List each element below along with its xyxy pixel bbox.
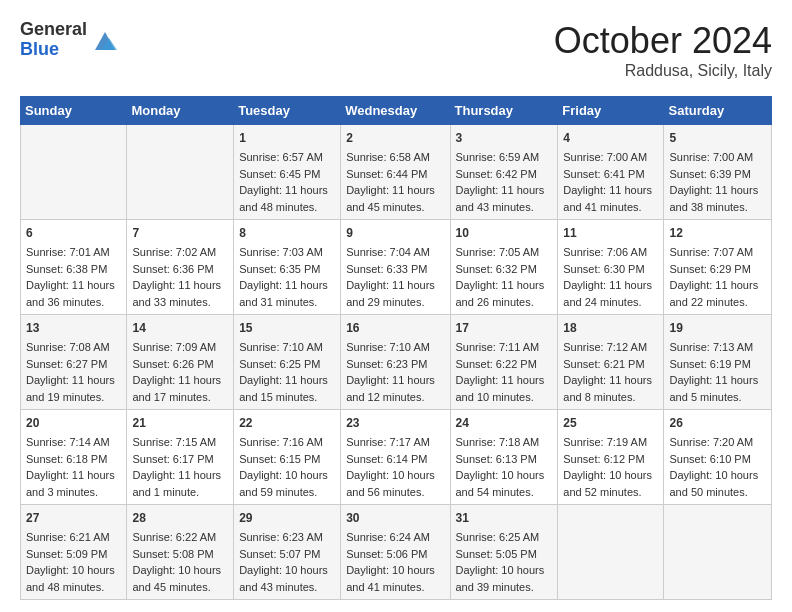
calendar-week-row: 13Sunrise: 7:08 AM Sunset: 6:27 PM Dayli… (21, 315, 772, 410)
day-info: Sunrise: 6:23 AM Sunset: 5:07 PM Dayligh… (239, 529, 335, 595)
day-number: 25 (563, 414, 658, 432)
calendar-week-row: 27Sunrise: 6:21 AM Sunset: 5:09 PM Dayli… (21, 505, 772, 600)
day-info: Sunrise: 6:58 AM Sunset: 6:44 PM Dayligh… (346, 149, 444, 215)
day-info: Sunrise: 7:00 AM Sunset: 6:39 PM Dayligh… (669, 149, 766, 215)
day-info: Sunrise: 7:03 AM Sunset: 6:35 PM Dayligh… (239, 244, 335, 310)
day-number: 19 (669, 319, 766, 337)
day-info: Sunrise: 7:15 AM Sunset: 6:17 PM Dayligh… (132, 434, 228, 500)
calendar-cell: 22Sunrise: 7:16 AM Sunset: 6:15 PM Dayli… (234, 410, 341, 505)
day-info: Sunrise: 7:14 AM Sunset: 6:18 PM Dayligh… (26, 434, 121, 500)
day-info: Sunrise: 7:04 AM Sunset: 6:33 PM Dayligh… (346, 244, 444, 310)
day-info: Sunrise: 7:08 AM Sunset: 6:27 PM Dayligh… (26, 339, 121, 405)
calendar-cell: 17Sunrise: 7:11 AM Sunset: 6:22 PM Dayli… (450, 315, 558, 410)
calendar-cell: 12Sunrise: 7:07 AM Sunset: 6:29 PM Dayli… (664, 220, 772, 315)
day-info: Sunrise: 7:07 AM Sunset: 6:29 PM Dayligh… (669, 244, 766, 310)
day-number: 28 (132, 509, 228, 527)
calendar-cell: 29Sunrise: 6:23 AM Sunset: 5:07 PM Dayli… (234, 505, 341, 600)
calendar-cell (558, 505, 664, 600)
day-number: 2 (346, 129, 444, 147)
day-info: Sunrise: 7:10 AM Sunset: 6:23 PM Dayligh… (346, 339, 444, 405)
day-number: 24 (456, 414, 553, 432)
day-number: 8 (239, 224, 335, 242)
calendar-cell: 23Sunrise: 7:17 AM Sunset: 6:14 PM Dayli… (341, 410, 450, 505)
day-number: 20 (26, 414, 121, 432)
calendar-cell: 27Sunrise: 6:21 AM Sunset: 5:09 PM Dayli… (21, 505, 127, 600)
calendar-week-row: 20Sunrise: 7:14 AM Sunset: 6:18 PM Dayli… (21, 410, 772, 505)
calendar-cell (664, 505, 772, 600)
calendar-cell: 13Sunrise: 7:08 AM Sunset: 6:27 PM Dayli… (21, 315, 127, 410)
day-info: Sunrise: 7:09 AM Sunset: 6:26 PM Dayligh… (132, 339, 228, 405)
day-number: 18 (563, 319, 658, 337)
calendar-cell: 24Sunrise: 7:18 AM Sunset: 6:13 PM Dayli… (450, 410, 558, 505)
calendar-cell: 28Sunrise: 6:22 AM Sunset: 5:08 PM Dayli… (127, 505, 234, 600)
calendar-week-row: 1Sunrise: 6:57 AM Sunset: 6:45 PM Daylig… (21, 125, 772, 220)
day-number: 1 (239, 129, 335, 147)
day-info: Sunrise: 7:16 AM Sunset: 6:15 PM Dayligh… (239, 434, 335, 500)
calendar-cell: 20Sunrise: 7:14 AM Sunset: 6:18 PM Dayli… (21, 410, 127, 505)
day-number: 27 (26, 509, 121, 527)
calendar-cell: 19Sunrise: 7:13 AM Sunset: 6:19 PM Dayli… (664, 315, 772, 410)
day-number: 22 (239, 414, 335, 432)
day-number: 12 (669, 224, 766, 242)
day-info: Sunrise: 7:01 AM Sunset: 6:38 PM Dayligh… (26, 244, 121, 310)
day-info: Sunrise: 7:05 AM Sunset: 6:32 PM Dayligh… (456, 244, 553, 310)
day-info: Sunrise: 7:20 AM Sunset: 6:10 PM Dayligh… (669, 434, 766, 500)
day-number: 10 (456, 224, 553, 242)
day-number: 4 (563, 129, 658, 147)
calendar-cell: 8Sunrise: 7:03 AM Sunset: 6:35 PM Daylig… (234, 220, 341, 315)
day-info: Sunrise: 6:59 AM Sunset: 6:42 PM Dayligh… (456, 149, 553, 215)
day-number: 13 (26, 319, 121, 337)
calendar-week-row: 6Sunrise: 7:01 AM Sunset: 6:38 PM Daylig… (21, 220, 772, 315)
day-info: Sunrise: 7:11 AM Sunset: 6:22 PM Dayligh… (456, 339, 553, 405)
day-number: 5 (669, 129, 766, 147)
day-info: Sunrise: 7:10 AM Sunset: 6:25 PM Dayligh… (239, 339, 335, 405)
day-header-saturday: Saturday (664, 97, 772, 125)
logo: General Blue (20, 20, 119, 60)
calendar-header-row: SundayMondayTuesdayWednesdayThursdayFrid… (21, 97, 772, 125)
calendar-cell: 3Sunrise: 6:59 AM Sunset: 6:42 PM Daylig… (450, 125, 558, 220)
day-info: Sunrise: 7:02 AM Sunset: 6:36 PM Dayligh… (132, 244, 228, 310)
calendar-cell: 26Sunrise: 7:20 AM Sunset: 6:10 PM Dayli… (664, 410, 772, 505)
day-number: 3 (456, 129, 553, 147)
day-header-tuesday: Tuesday (234, 97, 341, 125)
day-number: 11 (563, 224, 658, 242)
day-header-monday: Monday (127, 97, 234, 125)
calendar-cell: 9Sunrise: 7:04 AM Sunset: 6:33 PM Daylig… (341, 220, 450, 315)
calendar-cell: 5Sunrise: 7:00 AM Sunset: 6:39 PM Daylig… (664, 125, 772, 220)
logo-general-text: General (20, 20, 87, 40)
calendar-cell: 6Sunrise: 7:01 AM Sunset: 6:38 PM Daylig… (21, 220, 127, 315)
day-number: 14 (132, 319, 228, 337)
day-header-friday: Friday (558, 97, 664, 125)
day-number: 6 (26, 224, 121, 242)
day-number: 23 (346, 414, 444, 432)
day-number: 26 (669, 414, 766, 432)
day-header-thursday: Thursday (450, 97, 558, 125)
day-info: Sunrise: 7:18 AM Sunset: 6:13 PM Dayligh… (456, 434, 553, 500)
calendar-cell: 4Sunrise: 7:00 AM Sunset: 6:41 PM Daylig… (558, 125, 664, 220)
day-info: Sunrise: 6:57 AM Sunset: 6:45 PM Dayligh… (239, 149, 335, 215)
location-text: Raddusa, Sicily, Italy (554, 62, 772, 80)
day-number: 30 (346, 509, 444, 527)
title-block: October 2024 Raddusa, Sicily, Italy (554, 20, 772, 80)
day-number: 9 (346, 224, 444, 242)
day-info: Sunrise: 7:00 AM Sunset: 6:41 PM Dayligh… (563, 149, 658, 215)
calendar-cell: 31Sunrise: 6:25 AM Sunset: 5:05 PM Dayli… (450, 505, 558, 600)
day-info: Sunrise: 6:22 AM Sunset: 5:08 PM Dayligh… (132, 529, 228, 595)
calendar-cell: 11Sunrise: 7:06 AM Sunset: 6:30 PM Dayli… (558, 220, 664, 315)
day-info: Sunrise: 6:24 AM Sunset: 5:06 PM Dayligh… (346, 529, 444, 595)
calendar-cell: 7Sunrise: 7:02 AM Sunset: 6:36 PM Daylig… (127, 220, 234, 315)
calendar-cell (21, 125, 127, 220)
day-info: Sunrise: 7:06 AM Sunset: 6:30 PM Dayligh… (563, 244, 658, 310)
calendar-cell: 2Sunrise: 6:58 AM Sunset: 6:44 PM Daylig… (341, 125, 450, 220)
calendar-cell: 16Sunrise: 7:10 AM Sunset: 6:23 PM Dayli… (341, 315, 450, 410)
calendar-cell: 30Sunrise: 6:24 AM Sunset: 5:06 PM Dayli… (341, 505, 450, 600)
calendar-table: SundayMondayTuesdayWednesdayThursdayFrid… (20, 96, 772, 600)
day-header-wednesday: Wednesday (341, 97, 450, 125)
day-info: Sunrise: 7:19 AM Sunset: 6:12 PM Dayligh… (563, 434, 658, 500)
day-header-sunday: Sunday (21, 97, 127, 125)
day-number: 31 (456, 509, 553, 527)
day-number: 17 (456, 319, 553, 337)
day-number: 21 (132, 414, 228, 432)
day-number: 16 (346, 319, 444, 337)
calendar-cell: 15Sunrise: 7:10 AM Sunset: 6:25 PM Dayli… (234, 315, 341, 410)
